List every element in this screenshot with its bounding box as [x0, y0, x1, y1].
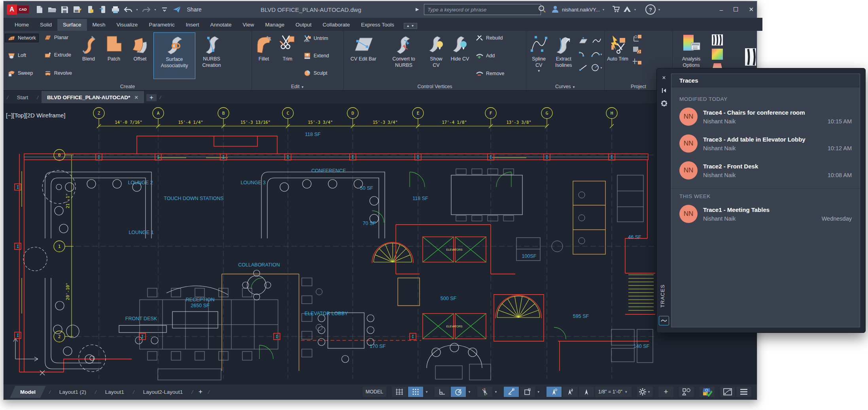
autodesk-dropdown[interactable]: ▾ — [634, 8, 636, 11]
tab-insert[interactable]: Insert — [180, 19, 205, 31]
minimize-button[interactable]: – — [720, 6, 723, 13]
user-avatar-icon[interactable] — [551, 5, 559, 14]
open-from-mobile-icon[interactable] — [86, 5, 95, 14]
workspace-switching-button[interactable]: ▼ — [637, 387, 653, 397]
planar-button[interactable]: Planar — [42, 34, 74, 41]
traces-panel-title[interactable]: Traces — [671, 74, 860, 87]
tab-home[interactable]: Home — [9, 19, 34, 31]
store-cart-icon[interactable] — [612, 6, 620, 14]
polar-dropdown[interactable]: ▼ — [467, 390, 472, 394]
spline-cv-button[interactable]: Spline CV ▼ — [526, 32, 551, 79]
file-tab-close-icon[interactable]: ✕ — [134, 94, 138, 100]
add-cv-button[interactable]: Add — [473, 52, 507, 60]
grid-display-toggle[interactable] — [392, 387, 407, 397]
new-drawing-tab-button[interactable]: + — [146, 94, 156, 101]
extract-isolines-button[interactable]: Extract Isolines — [551, 32, 576, 79]
autocad-app-menu[interactable]: A CAD — [7, 4, 29, 15]
trace-tool-icon[interactable] — [659, 316, 669, 325]
curvature-analysis-icon[interactable] — [711, 48, 723, 60]
trace-list-item[interactable]: NNTrace3 - Add table in Elevator LobbyNi… — [679, 134, 852, 153]
undo-icon[interactable] — [124, 5, 132, 14]
close-button[interactable]: ✕ — [749, 6, 754, 13]
convert-to-nurbs-button[interactable]: Convert to NURBS — [383, 32, 424, 79]
autoscale-toggle[interactable] — [563, 387, 578, 397]
panel-edit-label[interactable]: Edit ▼ — [252, 84, 343, 89]
sculpt-button[interactable]: Sculpt — [301, 69, 331, 77]
project-to-ucs-icon[interactable] — [632, 34, 643, 43]
new-layout-button[interactable]: + — [196, 388, 205, 396]
snap-dropdown[interactable]: ▼ — [424, 390, 429, 394]
model-space-toggle[interactable]: MODEL — [363, 387, 386, 397]
search-icon[interactable] — [538, 5, 546, 15]
print-icon[interactable] — [111, 5, 120, 14]
redo-icon[interactable] — [142, 5, 151, 14]
trace-list-item[interactable]: NNTrace2 - Front DeskNishant Naik10:08 A… — [679, 161, 852, 179]
drawing-canvas[interactable]: [−][Top][2D Wireframe] — [4, 103, 757, 384]
project-to-2-points-icon[interactable] — [632, 58, 643, 66]
patch-button[interactable]: Patch — [101, 32, 127, 79]
panel-create-label[interactable]: Create — [4, 84, 252, 89]
save-as-icon[interactable] — [73, 5, 82, 14]
isometric-dropdown[interactable]: ▼ — [494, 390, 498, 394]
tab-output[interactable]: Output — [290, 19, 317, 31]
palette-properties-icon[interactable] — [660, 99, 668, 107]
nurbs-creation-button[interactable]: NURBS Creation — [195, 32, 228, 79]
offset-button[interactable]: Offset — [127, 32, 153, 79]
customization-menu-button[interactable] — [736, 387, 751, 397]
tab-mesh[interactable]: Mesh — [87, 19, 111, 31]
tab-view[interactable]: View — [237, 19, 259, 31]
remove-cv-button[interactable]: Remove — [473, 70, 507, 77]
tab-annotate[interactable]: Annotate — [204, 19, 237, 31]
extend-button[interactable]: Extend — [301, 51, 331, 60]
snap-mode-toggle[interactable] — [408, 387, 423, 397]
new-file-icon[interactable] — [35, 5, 44, 14]
help-dropdown[interactable]: ▾ — [658, 8, 660, 11]
object-snap-dropdown[interactable]: ▼ — [536, 390, 541, 394]
loft-button[interactable]: Loft — [5, 51, 38, 60]
file-tab-document[interactable]: BLVD OFFICE_PLAN-AUTOCAD* ✕ — [42, 91, 144, 104]
layout-tab-layout1[interactable]: Layout1 — [100, 387, 130, 397]
line-icon[interactable] — [577, 62, 589, 74]
rebuild-button[interactable]: Rebuild — [473, 34, 507, 42]
ribbon-collapse-button[interactable]: ▲▼ — [404, 23, 417, 29]
undo-dropdown[interactable]: ▾ — [136, 8, 138, 11]
palette-close-icon[interactable]: × — [660, 74, 668, 82]
tab-visualize[interactable]: Visualize — [111, 19, 144, 31]
crosshair-plus-button[interactable]: + — [658, 387, 673, 397]
trace-list-item[interactable]: NNTrace4 - Chairs for conference roomNis… — [679, 108, 852, 126]
trace-list-item[interactable]: NNTrace1 - Meeting TablesNishant NaikWed… — [679, 205, 852, 223]
clean-screen-button[interactable] — [720, 387, 735, 397]
fillet-button[interactable]: Fillet — [252, 32, 276, 79]
graphics-performance-button[interactable] — [700, 387, 715, 397]
show-cv-button[interactable]: Show CV — [424, 32, 448, 79]
cv-edit-bar-button[interactable]: CV Edit Bar — [344, 32, 383, 79]
polar-tracking-toggle[interactable] — [451, 387, 466, 397]
network-button[interactable]: Network — [5, 34, 38, 42]
annotation-scale-icon[interactable] — [579, 387, 594, 397]
save-to-mobile-icon[interactable] — [98, 5, 107, 14]
hide-cv-button[interactable]: Hide CV — [448, 32, 472, 79]
file-tab-start[interactable]: Start — [11, 91, 34, 104]
layout-tab-model[interactable]: Model — [10, 386, 46, 398]
sweep-button[interactable]: Sweep — [5, 69, 38, 77]
user-dropdown[interactable]: ▾ — [603, 8, 604, 11]
maximize-button[interactable]: ☐ — [733, 6, 738, 13]
surface-associativity-button[interactable]: Surface Associativity — [153, 32, 195, 79]
tab-manage[interactable]: Manage — [260, 19, 290, 31]
qat-customize-icon[interactable] — [160, 5, 169, 14]
arc-icon[interactable]: ▼ — [591, 48, 603, 60]
cv-plane-icon[interactable] — [577, 35, 589, 47]
object-snap-tracking-toggle[interactable] — [504, 387, 519, 397]
zebra-analysis-icon[interactable] — [711, 34, 723, 46]
search-input[interactable]: Type a keyword or phrase — [424, 4, 541, 15]
trim-button[interactable]: Trim — [276, 32, 299, 79]
redo-dropdown[interactable]: ▾ — [155, 8, 156, 11]
blend-button[interactable]: Blend — [76, 32, 101, 79]
layout-tab-layout1-2-[interactable]: Layout1 (2) — [54, 387, 92, 397]
revolve-button[interactable]: Revolve — [42, 69, 74, 77]
open-folder-icon[interactable] — [48, 5, 57, 14]
circle-icon[interactable]: ▼ — [591, 62, 603, 74]
panel-control-vertices-label[interactable]: Control Vertices — [344, 84, 526, 89]
tab-express-tools[interactable]: Express Tools — [356, 19, 400, 31]
viewport-controls[interactable]: [−][Top][2D Wireframe] — [6, 112, 65, 119]
